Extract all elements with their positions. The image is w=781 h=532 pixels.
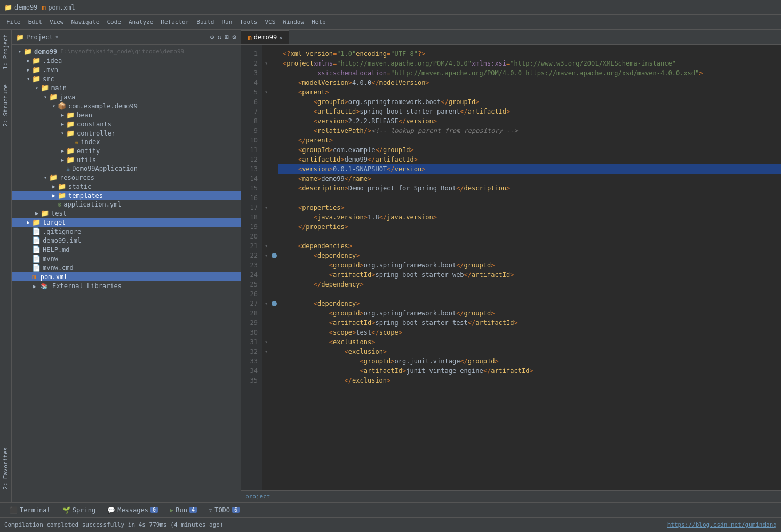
tab-maven-icon: m	[248, 34, 252, 42]
code-line-18: <java.version>1.8</java.version>	[278, 212, 781, 222]
code-line-35: </exclusion>	[278, 376, 781, 385]
refactor-menu[interactable]: Refactor	[157, 18, 192, 27]
bottom-tab-messages[interactable]: 💬 Messages 0	[102, 504, 163, 516]
bm-10	[270, 136, 278, 145]
help-menu[interactable]: Help	[308, 18, 329, 27]
fold-27[interactable]: ▾	[262, 299, 270, 308]
tree-item-index-java[interactable]: ☕ index	[12, 138, 241, 146]
tree-item-java[interactable]: ▾ 📁 java	[12, 92, 241, 101]
tree-item-target[interactable]: ▶ 📁 target	[12, 218, 241, 227]
dropdown-icon[interactable]: ▾	[55, 34, 59, 40]
tools-menu[interactable]: Tools	[236, 18, 260, 27]
bm-6	[270, 97, 278, 107]
view-menu[interactable]: View	[46, 18, 67, 27]
tree-item-utils[interactable]: ▶ 📁 utils	[12, 155, 241, 164]
fold-10	[262, 136, 270, 145]
line-num-16: 16	[241, 193, 262, 203]
window-menu[interactable]: Window	[280, 18, 307, 27]
sidebar-tab-favorites[interactable]: 2: Favorites	[1, 445, 10, 491]
tree-item-demo99app[interactable]: ☕ Demo99Application	[12, 164, 241, 173]
bottom-tab-spring[interactable]: 🌱 Spring	[57, 504, 101, 516]
bm-15	[270, 184, 278, 193]
project-tab-pom[interactable]: m pom.xml	[42, 3, 75, 11]
sidebar-tab-project[interactable]: 1: Project	[1, 32, 10, 72]
tree-item-controller[interactable]: ▾ 📁 controller	[12, 129, 241, 138]
tree-item-constants[interactable]: ▶ 📁 constants	[12, 120, 241, 129]
build-menu[interactable]: Build	[193, 18, 217, 27]
status-link[interactable]: https://blog.csdn.net/gumindong	[667, 521, 777, 528]
expand-icon[interactable]: ⊞	[225, 33, 229, 41]
line-num-26: 26	[241, 289, 262, 299]
tree-item-resources[interactable]: ▾ 📁 resources	[12, 173, 241, 182]
run-menu[interactable]: Run	[218, 18, 235, 27]
left-strip: 1: Project 2: Structure 2: Favorites	[0, 30, 12, 502]
tab-close-icon[interactable]: ✕	[279, 35, 282, 41]
tree-label-src: src	[43, 75, 54, 83]
editor-tab-demo99[interactable]: m demo99 ✕	[241, 30, 289, 44]
fold-5[interactable]: ▾	[262, 88, 270, 97]
bm-26	[270, 289, 278, 299]
tree-item-gitignore[interactable]: 📄 .gitignore	[12, 227, 241, 236]
tree-label-application-yml: application.yml	[63, 201, 121, 208]
tree-item-mvnw-cmd[interactable]: 📄 mvnw.cmd	[12, 263, 241, 272]
tree-item-demo99[interactable]: ▾ 📁 demo99 E:\mysoft\kaifa_code\gitcode\…	[12, 47, 241, 56]
tree-item-mvn[interactable]: ▶ 📁 .mvn	[12, 65, 241, 74]
fold-31[interactable]: ▾	[262, 337, 270, 347]
sync-icon[interactable]: ↻	[218, 33, 222, 41]
edit-menu[interactable]: Edit	[25, 18, 46, 27]
fold-22[interactable]: ▾	[262, 251, 270, 260]
line-num-9: 9	[241, 126, 262, 136]
toolbar: File Edit View Navigate Code Analyze Ref…	[0, 15, 781, 30]
tree-label-pom-xml: pom.xml	[41, 273, 68, 281]
line-num-7: 7	[241, 107, 262, 116]
fold-6	[262, 97, 270, 107]
bm-5	[270, 88, 278, 97]
code-line-24: <artifactId>spring-boot-starter-web</art…	[278, 270, 781, 280]
tree-item-test[interactable]: ▶ 📁 test	[12, 209, 241, 218]
navigate-menu[interactable]: Navigate	[68, 18, 103, 27]
fold-32[interactable]: ▾	[262, 347, 270, 356]
bm-2	[270, 59, 278, 68]
fold-17[interactable]: ▾	[262, 203, 270, 212]
fold-28	[262, 308, 270, 318]
tree-item-entity[interactable]: ▶ 📁 entity	[12, 146, 241, 155]
file-menu[interactable]: File	[3, 18, 24, 27]
line-num-24: 24	[241, 270, 262, 280]
tree-item-idea[interactable]: ▶ 📁 .idea	[12, 56, 241, 65]
tree-item-static[interactable]: ▶ 📁 static	[12, 182, 241, 191]
tree-item-templates[interactable]: ▶ 📁 templates	[12, 191, 241, 200]
code-menu[interactable]: Code	[103, 18, 124, 27]
project-tab-demo99[interactable]: 📁 demo99	[4, 4, 37, 11]
tree-item-package[interactable]: ▾ 📦 com.example.demo99	[12, 101, 241, 110]
gear-icon[interactable]: ⚙	[232, 33, 236, 41]
sidebar-tab-structure[interactable]: 2: Structure	[1, 82, 10, 129]
tree-label-controller: controller	[77, 130, 115, 137]
bottom-tab-terminal[interactable]: ⬛ Terminal	[4, 504, 56, 516]
tree-item-help-md[interactable]: 📄 HELP.md	[12, 245, 241, 254]
code-line-2: <project xmlns="http://maven.apache.org/…	[278, 59, 781, 68]
bottom-tab-run[interactable]: ▶ Run 4	[164, 504, 202, 516]
analyze-menu[interactable]: Analyze	[125, 18, 156, 27]
settings-icon[interactable]: ⚙	[210, 33, 214, 41]
fold-25	[262, 280, 270, 289]
fold-30	[262, 328, 270, 337]
bottom-tab-todo[interactable]: ☑ TODO 6	[203, 504, 245, 516]
code-content[interactable]: <?xml version="1.0" encoding="UTF-8"?> <…	[278, 45, 781, 490]
todo-badge: 6	[232, 507, 240, 513]
tree-item-src[interactable]: ▾ 📁 src	[12, 74, 241, 83]
tree-item-mvnw[interactable]: 📄 mvnw	[12, 254, 241, 263]
line-num-33: 33	[241, 356, 262, 366]
tree-item-main[interactable]: ▾ 📁 main	[12, 83, 241, 92]
tree-item-pom-xml[interactable]: m pom.xml	[12, 272, 241, 281]
vcs-menu[interactable]: VCS	[261, 18, 278, 27]
tree-item-application-yml[interactable]: ⚙ application.yml	[12, 200, 241, 209]
bm-14	[270, 174, 278, 184]
tree-item-demo99-iml[interactable]: 📄 demo99.iml	[12, 236, 241, 245]
tree-item-external-libraries[interactable]: ▶ 📚 External Libraries	[12, 281, 241, 291]
fold-2[interactable]: ▾	[262, 59, 270, 68]
xml-val-1b: "UTF-8"	[390, 49, 418, 59]
line-num-17: 17	[241, 203, 262, 212]
fold-21[interactable]: ▾	[262, 241, 270, 251]
editor-area: m demo99 ✕ 1 2 3 4 5 6 7 8 9 10 11 12 13	[241, 30, 781, 502]
tree-item-bean[interactable]: ▶ 📁 bean	[12, 110, 241, 120]
